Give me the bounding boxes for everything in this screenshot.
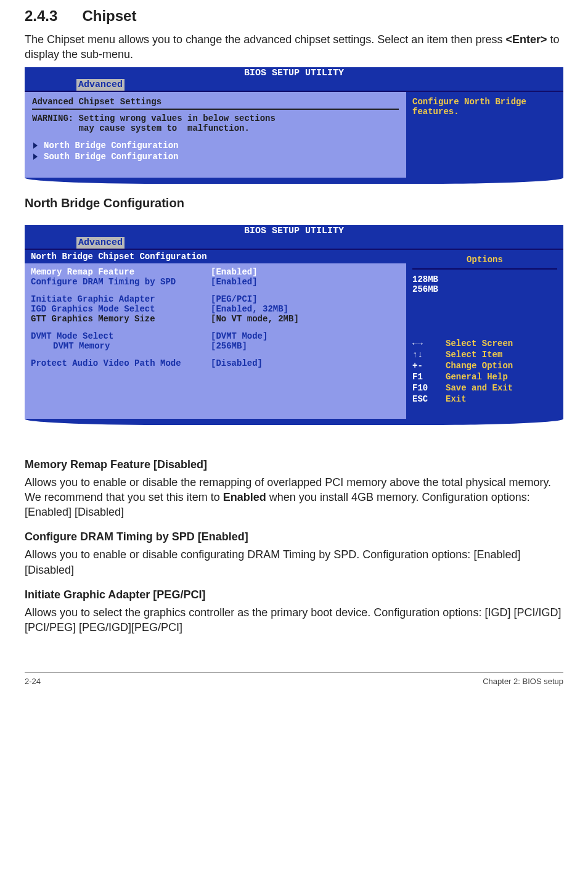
config-name: Configure DRAM Timing by SPD: [31, 277, 211, 287]
bios-tabs: Advanced: [25, 79, 563, 91]
nav-hint: F1General Help: [412, 372, 557, 382]
page-footer: 2-24 Chapter 2: BIOS setup: [25, 672, 563, 686]
panel-title: North Bridge Chipset Configuration: [31, 252, 207, 262]
bios-window-title: BIOS SETUP UTILITY: [25, 225, 563, 237]
help-text-2: features.: [412, 107, 557, 117]
nav-hint: ←→Select Screen: [412, 339, 557, 349]
options-title: Options: [412, 255, 557, 265]
dram-timing-heading: Configure DRAM Timing by SPD [Enabled]: [25, 530, 563, 543]
config-row[interactable]: DVMT Mode Select[DVMT Mode]: [31, 331, 400, 341]
nav-key: F1: [412, 372, 446, 382]
config-row[interactable]: DVMT Memory[256MB]: [31, 341, 400, 351]
nav-hint: F10Save and Exit: [412, 383, 557, 393]
menu-north-bridge[interactable]: North Bridge Configuration: [32, 141, 399, 151]
bios-tabs: Advanced: [25, 237, 563, 249]
intro-text: The Chipset menu allows you to change th…: [25, 32, 563, 62]
bios-left-panel: Advanced Chipset Settings WARNING: Setti…: [25, 92, 406, 178]
bios-north-bridge: BIOS SETUP UTILITY Advanced North Bridge…: [25, 225, 563, 425]
initiate-graphic-heading: Initiate Graphic Adapter [PEG/PCI]: [25, 588, 563, 601]
chevron-right-icon: [33, 154, 38, 160]
config-row[interactable]: IGD Graphics Mode Select[Enabled, 32MB]: [31, 304, 400, 314]
dram-timing-text: Allows you to enable or disable configur…: [25, 547, 563, 577]
divider: [412, 268, 557, 270]
page-number: 2-24: [25, 677, 41, 686]
config-name: Memory Remap Feature: [31, 267, 211, 277]
nav-key: ESC: [412, 394, 446, 404]
config-name: DVMT Mode Select: [31, 331, 211, 341]
config-value: [DVMT Mode]: [211, 331, 267, 341]
bios-left-panel: North Bridge Chipset Configuration Memor…: [25, 250, 406, 419]
help-text-1: Configure North Bridge: [412, 97, 557, 107]
nav-label: Exit: [446, 394, 467, 404]
bios-window-title: BIOS SETUP UTILITY: [25, 67, 563, 79]
tab-advanced[interactable]: Advanced: [76, 79, 125, 91]
config-name: IGD Graphics Mode Select: [31, 304, 211, 314]
config-row[interactable]: Configure DRAM Timing by SPD[Enabled]: [31, 277, 400, 287]
divider: [32, 109, 399, 110]
north-bridge-heading: North Bridge Configuration: [25, 196, 563, 210]
config-value: [Enabled]: [211, 267, 258, 277]
option-128mb[interactable]: 128MB: [412, 274, 557, 284]
memory-remap-heading: Memory Remap Feature [Disabled]: [25, 458, 563, 471]
config-value: [Disabled]: [211, 358, 263, 368]
config-row[interactable]: GTT Graphics Memory Size[No VT mode, 2MB…: [31, 314, 400, 324]
nav-key: ↑↓: [412, 350, 446, 360]
config-row[interactable]: Initiate Graphic Adapter[PEG/PCI]: [31, 294, 400, 304]
nav-key: F10: [412, 383, 446, 393]
menu-south-bridge[interactable]: South Bridge Configuration: [32, 152, 399, 162]
chapter-label: Chapter 2: BIOS setup: [483, 677, 563, 686]
section-title: Chipset: [82, 7, 136, 24]
nav-label: Select Screen: [446, 339, 513, 349]
bios-options-panel: Options 128MB 256MB ←→Select Screen↑↓Sel…: [406, 250, 563, 419]
initiate-graphic-text: Allows you to select the graphics contro…: [25, 605, 563, 635]
panel-title: Advanced Chipset Settings: [32, 97, 399, 107]
nav-hint: +-Change Option: [412, 361, 557, 371]
tab-advanced[interactable]: Advanced: [76, 237, 125, 249]
nav-label: Save and Exit: [446, 383, 513, 393]
config-value: [Enabled, 32MB]: [211, 304, 288, 314]
config-name: Protect Audio Video Path Mode: [31, 358, 211, 368]
nav-label: Select Item: [446, 350, 502, 360]
config-name: GTT Graphics Memory Size: [31, 314, 211, 324]
memory-remap-text: Allows you to enable or disable the rema…: [25, 475, 563, 520]
config-name: Initiate Graphic Adapter: [31, 294, 211, 304]
warning-line-1: WARNING: Setting wrong values in below s…: [32, 113, 399, 123]
nav-hint: ↑↓Select Item: [412, 350, 557, 360]
nav-hint: ESCExit: [412, 394, 557, 404]
config-row[interactable]: Protect Audio Video Path Mode[Disabled]: [31, 358, 400, 368]
section-heading: 2.4.3Chipset: [25, 7, 563, 25]
config-value: [PEG/PCI]: [211, 294, 258, 304]
enter-key: <Enter>: [505, 33, 547, 46]
nav-label: Change Option: [446, 361, 513, 371]
chevron-right-icon: [33, 142, 38, 149]
config-row[interactable]: Memory Remap Feature[Enabled]: [31, 267, 400, 277]
nav-key: ←→: [412, 339, 446, 349]
nav-key: +-: [412, 361, 446, 371]
warning-line-2: may cause system to malfunction.: [32, 123, 399, 133]
config-value: [Enabled]: [211, 277, 258, 287]
section-number: 2.4.3: [25, 7, 57, 25]
bios-advanced-chipset: BIOS SETUP UTILITY Advanced Advanced Chi…: [25, 67, 563, 184]
option-256mb[interactable]: 256MB: [412, 284, 557, 294]
config-value: [No VT mode, 2MB]: [211, 314, 299, 324]
config-name: DVMT Memory: [31, 341, 211, 351]
config-value: [256MB]: [211, 341, 247, 351]
bios-help-panel: Configure North Bridge features.: [406, 92, 563, 178]
nav-label: General Help: [446, 372, 508, 382]
